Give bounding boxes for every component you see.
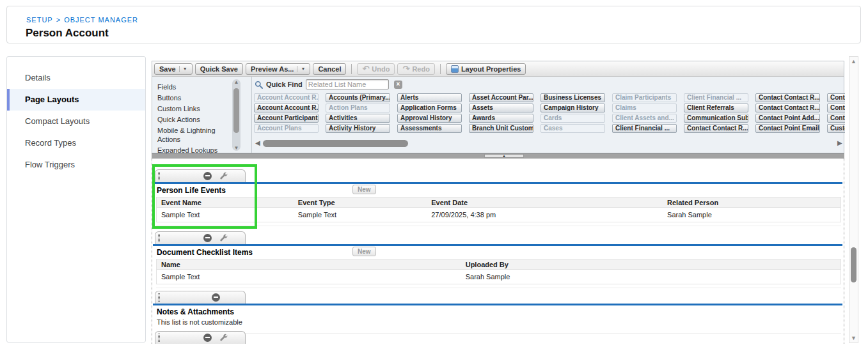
related-list-tile[interactable]: Activities [326, 114, 390, 123]
related-list-tile[interactable]: Client Financial ... [612, 124, 677, 133]
related-list-tile[interactable]: Activity History [326, 124, 390, 133]
save-button-label: Save [159, 65, 176, 73]
related-list-tile[interactable]: Contact Contact R... [755, 104, 820, 112]
related-list-tile[interactable]: Contact Point Add... [755, 114, 820, 123]
sidebar-item-page-layouts[interactable]: Page Layouts [7, 89, 145, 111]
related-list-tile[interactable]: Contact [827, 104, 845, 112]
related-list-tile: Account Account R... [254, 93, 319, 102]
table-header-row: Event Name Event Type Event Date Related… [157, 197, 840, 208]
related-list-tile[interactable]: Assets [469, 104, 533, 112]
save-caret-icon[interactable]: ▼ [179, 66, 187, 72]
section-drag-tab[interactable] [155, 231, 246, 244]
editor-toolbar: Save ▼ Quick Save Preview As... ▼ Cancel… [152, 61, 844, 77]
layout-properties-label: Layout Properties [461, 65, 521, 73]
quick-save-button[interactable]: Quick Save [195, 63, 243, 75]
cancel-label: Cancel [318, 65, 341, 73]
section-title: Person Life Events [153, 184, 842, 197]
related-list-tile[interactable]: Accounts (Primary... [326, 93, 390, 102]
vertical-scrollbar-thumb[interactable] [851, 247, 856, 282]
palette-scrollbar[interactable]: ▲ ▼ [232, 79, 241, 151]
related-list-tile[interactable]: Contact Point Emails [755, 124, 820, 133]
palette-scrollbar-thumb[interactable] [233, 88, 239, 133]
related-list-tile[interactable]: Account Account R... [254, 104, 319, 112]
scroll-down-icon[interactable]: ▼ [849, 335, 858, 341]
splitter-collapse-handle[interactable]: ▲ [484, 154, 524, 158]
related-list-tile: Cases [541, 124, 605, 133]
scroll-down-icon[interactable]: ▼ [232, 145, 241, 151]
section-bottom-border [156, 284, 841, 288]
cancel-button[interactable]: Cancel [313, 63, 346, 75]
page-header: SETUP>OBJECT MANAGER Person Account [6, 6, 861, 43]
scroll-up-icon[interactable]: ▲ [232, 79, 241, 85]
remove-section-icon[interactable] [203, 172, 212, 180]
table-cell: Sarah Sample [461, 270, 840, 284]
section-properties-wrench-icon[interactable] [219, 334, 228, 342]
related-list-tile[interactable]: Approval History [397, 114, 462, 123]
breadcrumb-setup-link[interactable]: SETUP [26, 16, 53, 24]
toolbar-divider [440, 64, 441, 74]
remove-section-icon[interactable] [203, 234, 212, 242]
related-list-tile[interactable]: Contact [827, 93, 845, 102]
related-list-tile[interactable]: Client Referrals [684, 104, 748, 112]
table-cell: Sample Text [157, 208, 294, 222]
sidebar-item-flow-triggers[interactable]: Flow Triggers [7, 154, 145, 176]
palette-canvas-splitter: ▲ [152, 153, 844, 158]
toolbar-divider [351, 64, 352, 74]
section-drag-tab[interactable] [155, 169, 246, 182]
preview-as-button[interactable]: Preview As... ▼ [246, 63, 310, 75]
related-list-tile[interactable]: Application Forms [397, 104, 462, 112]
quick-find: Quick Find × [255, 79, 402, 89]
breadcrumb-separator: > [56, 16, 61, 24]
related-list-tile[interactable]: Business Licenses [541, 93, 605, 102]
related-list-tile[interactable]: Contract [827, 114, 845, 123]
quick-find-input[interactable] [306, 79, 389, 89]
section-person-life-events: Person Life Events New Event Name Event … [153, 169, 842, 226]
related-list-tile[interactable]: Custome [827, 124, 845, 133]
scroll-left-icon[interactable]: ◀ [255, 139, 260, 146]
new-button-preview: New [352, 185, 376, 194]
sidebar-item-record-types[interactable]: Record Types [7, 132, 145, 154]
grid-hscrollbar-thumb[interactable] [263, 140, 408, 147]
sidebar-item-details[interactable]: Details [7, 67, 145, 89]
related-list-tile[interactable]: Campaign History [541, 104, 605, 112]
redo-label: Redo [412, 65, 430, 73]
remove-section-icon[interactable] [203, 334, 212, 342]
scroll-right-icon[interactable]: ▶ [837, 139, 842, 146]
section-document-checklist-items: Document Checklist Items New Name Upload… [153, 231, 842, 288]
section-properties-wrench-icon[interactable] [219, 172, 228, 180]
layout-properties-icon [451, 65, 459, 73]
preview-as-caret-icon[interactable]: ▼ [297, 66, 305, 72]
related-list-tile[interactable]: Communication Sub... [684, 114, 748, 123]
preview-as-label: Preview As... [251, 65, 294, 73]
related-list-tile[interactable]: Alerts [397, 93, 462, 102]
layout-properties-button[interactable]: Layout Properties [446, 63, 526, 75]
related-list-tile[interactable]: Branch Unit Customer [469, 124, 533, 133]
section-notes-attachments: Notes & Attachments This list is not cus… [153, 291, 842, 334]
related-list-tile[interactable]: Contact Contact R... [684, 124, 748, 133]
drag-handle-icon [158, 334, 160, 342]
remove-section-icon[interactable] [212, 293, 220, 302]
table-header-row: Name Uploaded By [157, 259, 840, 270]
main-vertical-scrollbar[interactable]: ▲ ▼ [849, 56, 858, 343]
related-list-tile[interactable]: Assessments [397, 124, 462, 133]
related-list-tile[interactable]: Awards [469, 114, 533, 123]
search-icon [255, 81, 263, 89]
section-drag-tab[interactable] [155, 331, 246, 344]
related-list-tile[interactable]: Asset Account Par... [469, 93, 533, 102]
related-list-tile: Cards [541, 114, 605, 123]
redo-button[interactable]: ↷ Redo [397, 63, 434, 75]
section-drag-tab[interactable] [155, 291, 246, 304]
section-properties-wrench-icon[interactable] [219, 234, 228, 242]
scroll-up-icon[interactable]: ▲ [849, 58, 858, 65]
breadcrumb-object-manager-link[interactable]: OBJECT MANAGER [64, 16, 138, 24]
related-list-tile: Claim Participants [612, 93, 677, 102]
related-list-tile[interactable]: Contact Contact R... [755, 93, 820, 102]
sidebar-item-compact-layouts[interactable]: Compact Layouts [7, 111, 145, 132]
related-list-tile[interactable]: Account Participants [254, 114, 319, 123]
clear-search-icon[interactable]: × [394, 81, 402, 89]
undo-button[interactable]: ↶ Undo [357, 63, 395, 75]
drag-handle-icon [158, 234, 160, 242]
save-button[interactable]: Save ▼ [154, 63, 193, 75]
section-next-partial [153, 331, 842, 344]
sidebar: Details Page Layouts Compact Layouts Rec… [6, 56, 146, 343]
